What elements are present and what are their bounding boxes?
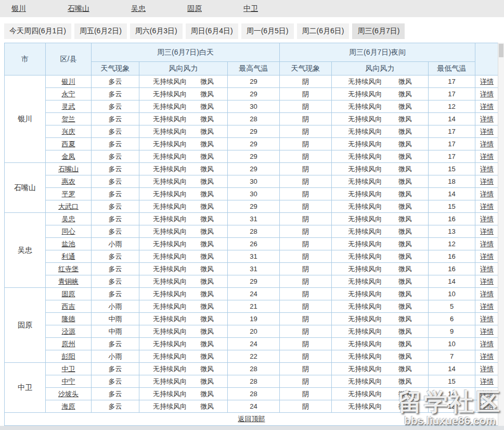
day-weather-cell: 多云 [92,88,139,100]
city-nav-link-中卫[interactable]: 中卫 [243,4,258,14]
detail-link[interactable]: 详情 [480,203,494,210]
detail-link[interactable]: 详情 [480,140,494,148]
night-wind-cell: 无持续风向微风 [332,313,429,325]
day-wind-cell: 无持续风向微风 [139,300,228,313]
district-link[interactable]: 沙坡头 [58,390,79,398]
night-wind-cell: 无持续风向微风 [332,363,429,375]
tab-day-4[interactable]: 周日(6月4日) [186,23,238,39]
detail-link[interactable]: 详情 [480,327,494,335]
district-link[interactable]: 平罗 [62,190,75,198]
night-wind-direction: 无持续风向 [348,352,382,361]
night-wind-wrap: 无持续风向微风 [332,90,428,99]
header-day-weather: 天气现象 [92,62,139,75]
city-nav-link-银川[interactable]: 银川 [11,4,26,14]
city-nav-link-吴忠[interactable]: 吴忠 [131,4,146,14]
detail-link[interactable]: 详情 [480,315,494,323]
district-link[interactable]: 彭阳 [62,352,75,360]
tab-day-6[interactable]: 周二(6月6日) [297,23,350,39]
detail-link[interactable]: 详情 [480,352,494,360]
detail-link[interactable]: 详情 [480,115,494,123]
day-wind-cell: 无持续风向微风 [139,238,228,250]
city-nav-link-固原[interactable]: 固原 [187,4,202,14]
detail-link[interactable]: 详情 [480,290,494,298]
district-link[interactable]: 海原 [62,402,75,410]
detail-link[interactable]: 详情 [480,365,494,373]
detail-cell: 详情 [475,275,499,288]
tab-day-7[interactable]: 周三(6月7日) [352,23,405,39]
district-link[interactable]: 西夏 [62,140,75,148]
back-to-top-link[interactable]: 返回顶部 [238,415,265,423]
detail-link[interactable]: 详情 [480,340,494,348]
detail-link[interactable]: 详情 [480,227,494,235]
district-link[interactable]: 中卫 [62,365,75,373]
detail-link[interactable]: 详情 [480,190,494,198]
detail-link[interactable]: 详情 [480,178,494,185]
detail-link[interactable]: 详情 [480,153,494,160]
day-wind-force: 微风 [200,202,214,211]
night-wind-force: 微风 [398,252,412,261]
night-wind-wrap: 无持续风向微风 [332,77,428,86]
day-wind-direction: 无持续风向 [153,77,187,86]
detail-link[interactable]: 详情 [480,265,494,273]
vertical-scrollbar[interactable] [498,43,504,430]
district-link[interactable]: 兴庆 [62,128,75,135]
district-link[interactable]: 西吉 [62,302,75,310]
district-link[interactable]: 原州 [62,340,75,348]
detail-link[interactable]: 详情 [480,402,494,410]
city-cell: 石嘴山 [5,163,46,213]
district-link[interactable]: 贺兰 [62,115,75,123]
detail-link[interactable]: 详情 [480,165,494,173]
district-cell: 贺兰 [46,113,92,125]
min-temp-cell: 15 [429,375,475,388]
district-link[interactable]: 永宁 [62,90,75,98]
night-wind-wrap: 无持续风向微风 [332,202,428,211]
district-link[interactable]: 惠农 [62,178,75,185]
detail-link[interactable]: 详情 [480,90,494,98]
district-link[interactable]: 利通 [62,252,75,260]
detail-link[interactable]: 详情 [480,390,494,398]
district-link[interactable]: 灵武 [62,103,75,110]
night-wind-direction: 无持续风向 [348,302,382,311]
max-temp-cell: 26 [228,238,280,250]
max-temp-cell: 29 [228,200,280,213]
night-wind-cell: 无持续风向微风 [332,300,429,313]
scrollbar-thumb[interactable] [499,44,503,57]
table-row: 固原固原多云无持续风向微风24阴无持续风向微风10详情 [5,288,499,300]
detail-link[interactable]: 详情 [480,252,494,260]
min-temp-cell: 10 [429,288,475,300]
district-link[interactable]: 隆德 [62,315,75,323]
header-district: 区/县 [46,43,92,75]
day-wind-force: 微风 [200,377,214,386]
district-link[interactable]: 同心 [62,227,75,235]
table-row: 原州多云无持续风向微风24阴无持续风向微风10详情 [5,338,499,350]
district-link[interactable]: 中宁 [62,377,75,385]
detail-link[interactable]: 详情 [480,128,494,135]
night-weather-cell: 阴 [280,225,332,238]
district-link[interactable]: 青铜峡 [58,277,79,285]
detail-link[interactable]: 详情 [480,302,494,310]
district-link[interactable]: 盐池 [62,240,75,248]
tab-day-5[interactable]: 周一(6月5日) [241,23,294,39]
detail-link[interactable]: 详情 [480,377,494,385]
day-weather-cell: 多云 [92,138,139,150]
detail-link[interactable]: 详情 [480,103,494,110]
district-link[interactable]: 泾源 [62,327,75,335]
detail-link[interactable]: 详情 [480,78,494,85]
city-nav-link-石嘴山[interactable]: 石嘴山 [68,4,89,14]
district-link[interactable]: 吴忠 [62,215,75,223]
max-temp-cell: 28 [228,363,280,375]
district-link[interactable]: 石嘴山 [58,165,79,173]
district-link[interactable]: 金凤 [62,153,75,160]
tab-day-3[interactable]: 周六(6月3日) [130,23,183,39]
detail-link[interactable]: 详情 [480,215,494,223]
tab-day-1[interactable]: 今天周四(6月1日) [4,23,71,39]
detail-link[interactable]: 详情 [480,240,494,248]
detail-link[interactable]: 详情 [480,277,494,285]
day-weather-cell: 中雨 [92,313,139,325]
district-link[interactable]: 银川 [62,78,75,85]
max-temp-cell: 29 [228,150,280,163]
district-link[interactable]: 红寺堡 [58,265,79,273]
district-link[interactable]: 大武口 [58,203,79,210]
tab-day-2[interactable]: 周五(6月2日) [74,23,127,39]
district-link[interactable]: 固原 [62,290,75,298]
